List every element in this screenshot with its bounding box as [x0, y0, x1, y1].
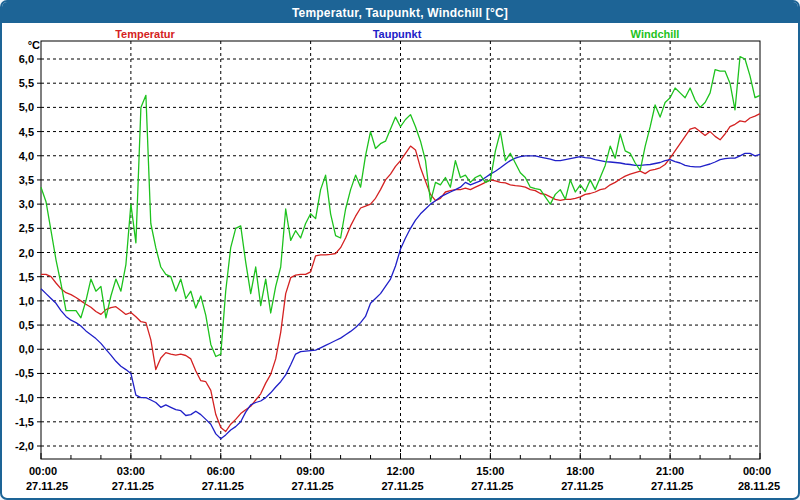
- chart: 6,05,55,04,54,03,53,02,52,01,51,00,50,0-…: [2, 2, 798, 498]
- y-tick-label: 4,5: [19, 126, 34, 138]
- y-tick-label: -1,5: [15, 416, 34, 428]
- x-tick-date-label: 28.11.25: [738, 480, 780, 492]
- y-tick-label: 3,5: [19, 174, 34, 186]
- y-tick-label: -2,0: [15, 440, 34, 452]
- chart-panel: Temperatur, Taupunkt, Windchill [°C] Tem…: [0, 0, 800, 500]
- x-tick-time-label: 15:00: [476, 465, 504, 477]
- y-tick-label: -1,0: [15, 392, 34, 404]
- y-tick-label: -0,5: [15, 367, 34, 379]
- x-tick-time-label: 12:00: [386, 465, 414, 477]
- x-tick-date-label: 27.11.25: [561, 480, 603, 492]
- y-tick-label: 5,5: [19, 77, 34, 89]
- y-tick-label: 2,5: [19, 222, 34, 234]
- x-tick-date-label: 27.11.25: [112, 480, 154, 492]
- y-tick-label: 0,0: [19, 343, 34, 355]
- x-tick-date-label: 27.11.25: [202, 480, 244, 492]
- x-tick-time-label: 18:00: [566, 465, 594, 477]
- y-tick-label: 4,0: [19, 150, 34, 162]
- x-tick-date-label: 27.11.25: [651, 480, 693, 492]
- x-tick-date-label: 27.11.25: [292, 480, 334, 492]
- x-tick-date-label: 27.11.25: [471, 480, 513, 492]
- x-tick-time-label: 00:00: [743, 465, 771, 477]
- x-tick-date-label: 27.11.25: [381, 480, 423, 492]
- y-tick-label: 1,5: [19, 271, 34, 283]
- y-tick-label: 0,5: [19, 319, 34, 331]
- y-tick-label: 5,0: [19, 101, 34, 113]
- x-tick-time-label: 00:00: [29, 465, 57, 477]
- x-tick-date-label: 27.11.25: [26, 480, 68, 492]
- y-tick-label: 1,0: [19, 295, 34, 307]
- y-tick-label: 2,0: [19, 247, 34, 259]
- x-tick-time-label: 21:00: [656, 465, 684, 477]
- x-tick-time-label: 09:00: [297, 465, 325, 477]
- x-tick-time-label: 06:00: [207, 465, 235, 477]
- y-tick-label: 6,0: [19, 53, 34, 65]
- y-tick-label: 3,0: [19, 198, 34, 210]
- x-tick-time-label: 03:00: [117, 465, 145, 477]
